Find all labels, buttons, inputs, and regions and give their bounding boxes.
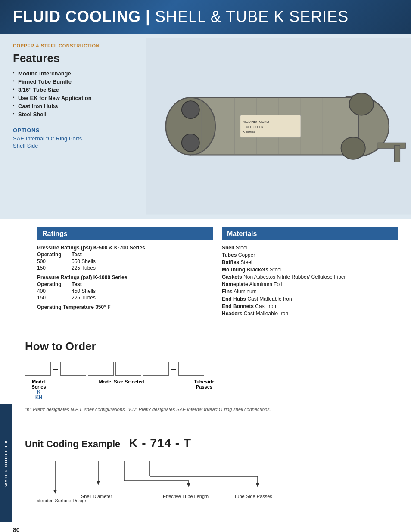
sidebar-label: WATER COOLED K [4, 439, 8, 487]
ratings-col-header: Operating Test [37, 252, 213, 258]
svg-point-19 [182, 101, 199, 118]
top-section: COPPER & STEEL CONSTRUCTION Features Mod… [0, 34, 411, 219]
model-kn: KN [25, 395, 53, 400]
svg-text:Extended Surface Design: Extended Surface Design [34, 498, 87, 503]
features-title: Features [13, 52, 134, 65]
tubeside-box [178, 362, 204, 376]
svg-text:Effective Tube Length: Effective Tube Length [163, 494, 209, 499]
order-diagram: – – Model Series K [25, 362, 398, 400]
svg-text:Tube Side Passes: Tube Side Passes [234, 494, 272, 499]
options-title: OPTIONS [13, 127, 134, 134]
divider [25, 429, 398, 429]
svg-marker-29 [187, 483, 190, 487]
material-row: Gaskets Non Asbestos Nitrile Rubber/ Cel… [222, 274, 398, 280]
option-item: SAE Internal "O" Ring Ports [13, 135, 134, 142]
model-k: K [25, 389, 53, 395]
list-item: 3/16" Tube Size [13, 86, 134, 94]
material-row: End Bonnets Cast Iron [222, 303, 398, 309]
water-cooled-sidebar: WATER COOLED K [0, 404, 12, 522]
size-box-1 [60, 362, 86, 376]
list-item: Use EK for New Application [13, 94, 134, 102]
order-labels: Model Series K KN Model Size Selected Tu… [25, 379, 398, 400]
unit-coding-title: Unit Coding Example [25, 439, 120, 450]
material-row: Baffles Steel [222, 259, 398, 265]
unit-title-row: Unit Coding Example K - 714 - T [25, 436, 398, 450]
how-to-order-section: How to Order – – [12, 331, 411, 429]
size-box-2 [88, 362, 114, 376]
list-item: Finned Tube Bundle [13, 78, 134, 86]
material-row: Shell Steel [222, 245, 398, 251]
table-row: 400 450 Shells [37, 288, 213, 294]
unit-code: K - 714 - T [129, 436, 191, 450]
svg-point-20 [182, 134, 199, 152]
material-row: Mounting Brackets Steel [222, 267, 398, 273]
size-box-4 [143, 362, 169, 376]
svg-marker-33 [256, 483, 259, 487]
unit-coding-svg: Extended Surface Design Shell Diameter E… [34, 457, 335, 513]
table-row: 150 225 Tubes [37, 295, 213, 301]
svg-text:K SERIES: K SERIES [243, 130, 255, 133]
features-column: COPPER & STEEL CONSTRUCTION Features Mod… [0, 34, 146, 219]
ratings-col-header2: Operating Test [37, 281, 213, 287]
svg-marker-23 [53, 490, 57, 494]
svg-point-5 [341, 137, 365, 159]
model-label-text: Model [25, 379, 53, 384]
svg-rect-6 [378, 143, 405, 148]
materials-content: Shell Steel Tubes Copper Baffles Steel M… [222, 245, 398, 317]
materials-title: Materials [227, 230, 257, 237]
material-row: Nameplate Aluminum Foil [222, 281, 398, 287]
main-panel: Ratings Pressure Ratings (psi) K-500 & K… [12, 219, 411, 522]
ratings-content: Pressure Ratings (psi) K-500 & K-700 Ser… [37, 245, 213, 310]
model-size-boxes [60, 362, 169, 376]
materials-panel: Materials Shell Steel Tubes Copper Baffl… [222, 227, 398, 318]
tubeside-label: Tubeside Passes [190, 379, 218, 389]
page-footer: 80 [0, 522, 411, 532]
page-number: 80 [13, 526, 20, 532]
material-row: Fins Aluminum [222, 289, 398, 295]
materials-header: Materials [222, 227, 398, 240]
unit-coding-section: Unit Coding Example K - 714 - T [12, 436, 411, 522]
svg-text:FLUID COOLER: FLUID COOLER [243, 125, 264, 128]
title-light: Shell & Tube K Series [155, 8, 349, 25]
svg-text:Shell Diameter: Shell Diameter [81, 494, 112, 499]
product-image-area: MODINE/YOUNG FLUID COOLER K SERIES [146, 34, 411, 219]
list-item: Modine Interchange [13, 69, 134, 78]
material-row: End Hubs Cast Malleable Iron [222, 296, 398, 302]
svg-rect-7 [395, 146, 400, 162]
ratings-header: Ratings [37, 227, 213, 240]
order-note: "K" Prefix designates N.P.T. shell confi… [25, 407, 398, 412]
svg-text:MODINE/YOUNG: MODINE/YOUNG [243, 120, 269, 124]
ratings-section1-title: Pressure Ratings (psi) K-500 & K-700 Ser… [37, 245, 213, 251]
page-header: FLUID COOLING | Shell & Tube K Series [0, 0, 411, 34]
unit-coding-diagram: Extended Surface Design Shell Diameter E… [34, 457, 398, 509]
size-label-text: Model Size Selected [65, 379, 177, 384]
svg-marker-25 [97, 481, 100, 485]
title-separator: | [146, 8, 155, 25]
list-item: Steel Shell [13, 110, 134, 118]
content-area: WATER COOLED K Ratings Pressure Ratings … [0, 219, 411, 522]
title-bold: FLUID COOLING [13, 8, 141, 25]
options-section: OPTIONS SAE Internal "O" Ring Ports Shel… [13, 127, 134, 149]
option-item: Shell Side [13, 143, 134, 149]
list-item: Cast Iron Hubs [13, 102, 134, 110]
svg-point-4 [349, 93, 374, 115]
model-size-label: Model Size Selected [65, 379, 177, 384]
material-row: Headers Cast Malleable Iron [222, 311, 398, 317]
table-row: 150 225 Tubes [37, 265, 213, 271]
model-series-box [25, 362, 51, 376]
ratings-panel: Ratings Pressure Ratings (psi) K-500 & K… [37, 227, 213, 318]
model-series-label: Model Series K KN [25, 379, 53, 400]
size-box-3 [115, 362, 141, 376]
table-row: 500 550 Shells [37, 258, 213, 264]
feature-list: Modine Interchange Finned Tube Bundle 3/… [13, 69, 134, 118]
page-title: FLUID COOLING | Shell & Tube K Series [13, 8, 349, 26]
order-boxes-row: – – [25, 362, 398, 376]
material-row: Tubes Copper [222, 252, 398, 258]
product-image: MODINE/YOUNG FLUID COOLER K SERIES [146, 34, 411, 219]
ratings-section2-title: Pressure Ratings (psi) K-1000 Series [37, 274, 213, 280]
copper-label: COPPER & STEEL CONSTRUCTION [13, 43, 134, 48]
ratings-title: Ratings [42, 230, 68, 237]
info-panels: Ratings Pressure Ratings (psi) K-500 & K… [12, 219, 411, 327]
how-to-order-title: How to Order [25, 340, 398, 353]
operating-temp: Operating Temperature 350° F [37, 304, 213, 310]
